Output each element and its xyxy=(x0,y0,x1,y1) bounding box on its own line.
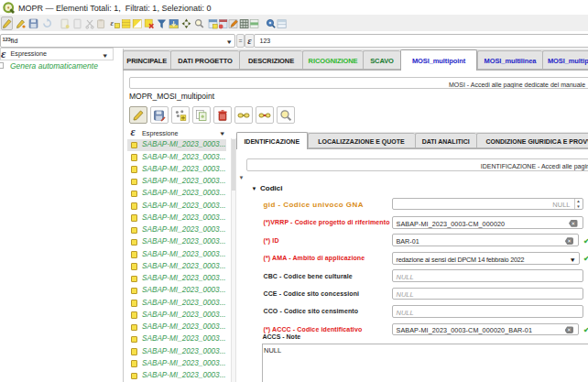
svg-text:ε: ε xyxy=(110,18,114,27)
